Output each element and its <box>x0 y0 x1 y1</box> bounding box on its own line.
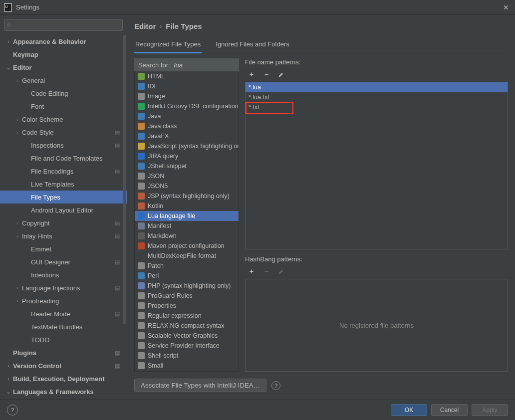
sidebar-item[interactable]: TODO <box>0 333 127 346</box>
file-type-item[interactable]: Kotlin <box>135 201 239 211</box>
sidebar-item[interactable]: TextMate Bundles <box>0 320 127 333</box>
sidebar-item[interactable]: ⌄Languages & Frameworks <box>0 385 127 398</box>
file-type-item[interactable]: JSON5 <box>135 181 239 191</box>
sidebar-item[interactable]: Code Editing <box>0 87 127 100</box>
sidebar-item[interactable]: ›Color Scheme <box>0 113 127 126</box>
sidebar-item[interactable]: ›Language Injections▤ <box>0 281 127 294</box>
file-type-item[interactable]: Lua language file <box>135 211 239 221</box>
sidebar-item[interactable]: File and Code Templates <box>0 152 127 165</box>
file-types-list[interactable]: HTMLIDLImageIntelliJ Groovy DSL configur… <box>134 71 239 372</box>
sidebar-item[interactable]: ›Code Style▤ <box>0 126 127 139</box>
file-type-icon <box>138 123 145 130</box>
file-type-icon <box>138 262 145 269</box>
sidebar-item[interactable]: ›General <box>0 74 127 87</box>
file-type-icon <box>138 332 145 339</box>
file-type-item[interactable]: JavaScript (syntax highlighting only) <box>135 141 239 151</box>
file-type-item[interactable]: Regular expression <box>135 311 239 321</box>
file-type-item[interactable]: IDL <box>135 81 239 91</box>
file-type-item[interactable]: Shell script <box>135 351 239 361</box>
file-type-icon <box>138 322 145 329</box>
settings-scope-icon: ▤ <box>115 363 120 369</box>
ok-button[interactable]: OK <box>391 404 427 416</box>
tab-recognized[interactable]: Recognized File Types <box>134 37 202 53</box>
hashbang-list[interactable]: No registered file patterns <box>245 279 508 372</box>
file-type-icon <box>138 232 145 239</box>
file-type-item[interactable]: JavaFX <box>135 131 239 141</box>
sidebar-item[interactable]: ›Inlay Hints▤ <box>0 229 127 242</box>
cancel-button[interactable]: Cancel <box>431 404 468 416</box>
file-type-item[interactable]: Java <box>135 111 239 121</box>
edit-pattern-button[interactable] <box>277 70 286 79</box>
file-type-icon <box>138 352 145 359</box>
file-type-icon <box>138 242 145 249</box>
settings-tree[interactable]: ›Appearance & BehaviorKeymap⌄Editor›Gene… <box>0 35 127 399</box>
file-type-icon <box>138 212 145 219</box>
add-hashbang-button[interactable]: + <box>247 267 256 276</box>
file-type-item[interactable]: ProGuard Rules <box>135 291 239 301</box>
sidebar-item-label: Languages & Frameworks <box>13 388 94 396</box>
sidebar-item[interactable]: ⌄Editor <box>0 61 127 74</box>
file-type-item[interactable]: PHP (syntax highlighting only) <box>135 281 239 291</box>
sidebar-item[interactable]: Plugins▤ <box>0 346 127 359</box>
chevron-icon: › <box>14 298 21 304</box>
file-type-item[interactable]: Java class <box>135 121 239 131</box>
add-pattern-button[interactable]: + <box>247 70 256 79</box>
sidebar-item[interactable]: Reader Mode▤ <box>0 307 127 320</box>
sidebar-item[interactable]: Keymap <box>0 48 127 61</box>
file-type-item[interactable]: Manifest <box>135 221 239 231</box>
file-type-item[interactable]: JShell snippet <box>135 161 239 171</box>
sidebar-item[interactable]: Font <box>0 100 127 113</box>
sidebar-item[interactable]: ›Version Control▤ <box>0 359 127 372</box>
file-type-item[interactable]: Smali <box>135 361 239 371</box>
sidebar-item[interactable]: Emmet <box>0 242 127 255</box>
file-type-item[interactable]: Maven project configuration <box>135 241 239 251</box>
apply-button[interactable]: Apply <box>472 404 508 416</box>
settings-scope-icon: ▤ <box>115 233 120 239</box>
sidebar-item-label: Color Scheme <box>22 116 63 123</box>
sidebar-item-label: Font <box>31 103 44 110</box>
sidebar-item-label: File Encodings <box>31 168 73 175</box>
file-type-item[interactable]: JSP (syntax highlighting only) <box>135 191 239 201</box>
context-help-icon[interactable]: ? <box>271 381 280 390</box>
pattern-item[interactable]: *.txt <box>246 102 508 112</box>
sidebar-item-label: Inlay Hints <box>22 232 52 240</box>
remove-pattern-button[interactable]: − <box>262 70 271 79</box>
file-type-item[interactable]: MultiDexKeepFile format <box>135 251 239 261</box>
sidebar-item[interactable]: Android Layout Editor <box>0 204 127 216</box>
tab-ignored[interactable]: Ignored Files and Folders <box>215 37 290 53</box>
associate-file-types-button[interactable]: Associate File Types with IntelliJ IDEA… <box>134 379 266 392</box>
close-icon[interactable]: ✕ <box>501 2 511 12</box>
sidebar-item[interactable]: Inspections▤ <box>0 139 127 152</box>
sidebar-item[interactable]: ›Proofreading <box>0 294 127 307</box>
file-type-item[interactable]: Service Provider Interface <box>135 341 239 351</box>
file-type-item[interactable]: IntelliJ Groovy DSL configuration <box>135 101 239 111</box>
sidebar-item[interactable]: ›Copyright▤ <box>0 216 127 229</box>
file-type-item[interactable]: Markdown <box>135 231 239 241</box>
pattern-item[interactable]: *.lua.txt <box>246 92 508 102</box>
sidebar-item[interactable]: ›Appearance & Behavior <box>0 35 127 48</box>
file-type-item[interactable]: Patch <box>135 261 239 271</box>
sidebar-item[interactable]: Live Templates <box>0 178 127 191</box>
file-type-item[interactable]: RELAX NG compact syntax <box>135 321 239 331</box>
pattern-item[interactable]: *.lua <box>246 82 508 92</box>
sidebar-item[interactable]: ›Build, Execution, Deployment <box>0 372 127 385</box>
sidebar-item[interactable]: ›Schemas and DTDs▤ <box>0 398 127 399</box>
file-type-icon <box>138 312 145 319</box>
sidebar-item[interactable]: File Encodings▤ <box>0 165 127 178</box>
sidebar-item-label: Code Editing <box>31 90 68 97</box>
file-type-item[interactable]: Image <box>135 91 239 101</box>
patterns-list[interactable]: *.lua*.lua.txt*.txt <box>245 82 508 249</box>
file-type-item[interactable]: JSON <box>135 171 239 181</box>
file-type-item[interactable]: HTML <box>135 71 239 81</box>
file-type-item[interactable]: JIRA query <box>135 151 239 161</box>
settings-search-input[interactable] <box>4 19 123 31</box>
file-type-item[interactable]: Perl <box>135 271 239 281</box>
sidebar-item[interactable]: File Types <box>0 191 127 204</box>
hashbang-toolbar: + − <box>245 266 508 277</box>
file-type-item[interactable]: Properties <box>135 301 239 311</box>
file-type-item[interactable]: Scalable Vector Graphics <box>135 331 239 341</box>
sidebar-item[interactable]: GUI Designer▤ <box>0 255 127 268</box>
help-icon[interactable]: ? <box>7 405 18 416</box>
sidebar-item[interactable]: Intentions <box>0 268 127 281</box>
scrollbar-thumb[interactable] <box>123 35 126 324</box>
